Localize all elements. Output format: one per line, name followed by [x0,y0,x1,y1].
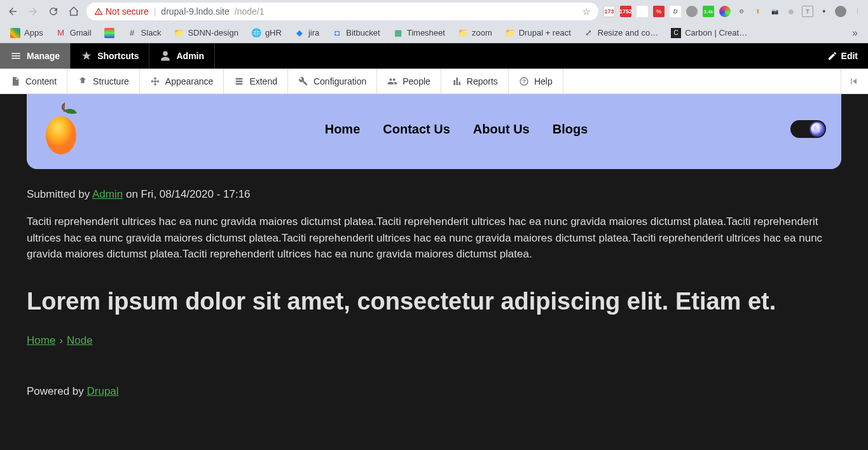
browser-menu-icon[interactable]: ⋮ [851,6,863,17]
bitbucket-icon: ◘ [332,28,342,38]
people-icon [387,76,397,86]
ext-icon-12[interactable]: ◎ [785,6,797,17]
bookmark-carbon[interactable]: CCarbon | Creat… [666,25,752,41]
ext-icon-4[interactable]: % [653,6,665,17]
manage-toolbar-item[interactable]: Manage [0,43,71,69]
ext-icon-6[interactable] [686,6,698,17]
bookmark-slack[interactable]: #Slack [122,25,167,41]
extensions-icon[interactable]: ✦ [818,6,830,17]
svg-point-2 [46,116,76,154]
gmail-icon: M [56,28,66,38]
url-host: drupal-9.lndo.site [161,6,229,17]
bookmark-zoom[interactable]: 📁zoom [453,25,497,41]
ext-icon-11[interactable]: 📷 [769,6,780,17]
sheets-icon: ▦ [393,28,403,38]
home-button[interactable] [66,4,81,19]
forward-button[interactable] [25,4,41,19]
url-path: /node/1 [235,6,265,17]
extension-icons: 173 1752 ✎ % D 3.4k ⚙ ⬆ 📷 ◎ T ✦ ⋮ [603,6,863,17]
bookmark-apps[interactable]: Apps [5,25,48,41]
admin-toolbar-item[interactable]: Admin [149,43,215,69]
profile-avatar-icon[interactable] [835,6,846,17]
not-secure-badge: Not secure [94,6,149,17]
bookmarks-overflow[interactable]: » [847,27,863,39]
author-link[interactable]: Admin [92,188,123,200]
bookmark-ghr[interactable]: 🌐gHR [246,25,287,41]
menu-appearance[interactable]: Appearance [140,69,224,93]
drupal-admin-menu: Content Structure Appearance Extend Conf… [0,69,868,94]
svg-text:?: ? [522,78,526,85]
ext-icon-3[interactable]: ✎ [637,6,648,17]
user-icon [160,50,171,62]
menu-content[interactable]: Content [0,69,67,93]
ext-icon-7[interactable]: 3.4k [703,6,714,17]
site-header: Home Contact Us About Us Blogs [27,94,841,169]
breadcrumb-home[interactable]: Home [27,334,55,346]
bookmark-bitbucket[interactable]: ◘Bitbucket [327,25,385,41]
reload-button[interactable] [46,4,61,19]
browser-nav-buttons [5,4,81,19]
main-nav: Home Contact Us About Us Blogs [325,122,588,137]
ext-icon-1[interactable]: 173 [603,6,615,17]
dark-mode-toggle[interactable] [790,120,826,138]
slack-icon: # [127,28,137,38]
globe-icon: 🌐 [251,28,261,38]
content-icon [10,76,20,86]
structure-icon [78,76,88,86]
moon-icon [809,121,825,137]
nav-contact[interactable]: Contact Us [383,122,450,137]
powered-by: Powered by Drupal [27,385,841,398]
shortcuts-toolbar-item[interactable]: Shortcuts [71,43,149,69]
breadcrumb: Home›Node [27,334,841,347]
menu-help[interactable]: ?Help [509,69,563,93]
site-logo[interactable] [42,100,86,158]
extend-icon [234,76,244,86]
ext-icon-10[interactable]: ⬆ [752,6,764,17]
nav-blogs[interactable]: Blogs [553,122,588,137]
collapse-icon [849,76,860,87]
page-body: Home Contact Us About Us Blogs Submitted… [0,94,868,450]
ext-icon-9[interactable]: ⚙ [736,6,747,17]
pencil-icon [827,51,837,61]
menu-extend[interactable]: Extend [224,69,288,93]
menu-people[interactable]: People [377,69,441,93]
bookmark-star-icon[interactable]: ☆ [582,6,591,17]
menu-configuration[interactable]: Configuration [288,69,377,93]
carbon-icon: C [671,28,681,38]
menu-reports[interactable]: Reports [441,69,509,93]
ext-icon-8[interactable] [719,6,731,17]
address-bar[interactable]: Not secure | drupal-9.lndo.site/node/1 ☆ [86,3,598,20]
drupal-link[interactable]: Drupal [87,385,119,397]
rainbow-icon [104,28,114,38]
submitted-line: Submitted by Admin on Fri, 08/14/2020 - … [27,188,841,201]
hamburger-icon [10,50,22,62]
collapse-button[interactable] [841,69,868,93]
back-button[interactable] [5,4,20,19]
ext-icon-5[interactable]: D [670,6,681,17]
folder-icon: 📁 [458,28,468,38]
star-icon [81,50,92,62]
browser-toolbar: Not secure | drupal-9.lndo.site/node/1 ☆… [0,0,868,23]
wrench-icon [298,76,308,86]
folder-icon: 📁 [505,28,515,38]
bookmark-drupalreact[interactable]: 📁Drupal + react [500,25,576,41]
bookmark-gmail[interactable]: MGmail [51,25,97,41]
appearance-icon [150,76,160,86]
drupal-toolbar: Manage Shortcuts Admin Edit [0,43,868,69]
article-body: Taciti reprehenderit ultrices hac ea nun… [27,214,841,262]
ext-icon-13[interactable]: T [802,6,813,17]
bookmark-jira[interactable]: ◆jira [289,25,324,41]
menu-structure[interactable]: Structure [67,69,140,93]
ext-icon-2[interactable]: 1752 [620,6,631,17]
folder-icon: 📁 [174,28,184,38]
edit-button[interactable]: Edit [817,51,868,61]
bookmark-timesheet[interactable]: ▦Timesheet [388,25,450,41]
nav-about[interactable]: About Us [473,122,530,137]
reports-icon [451,76,462,86]
breadcrumb-node[interactable]: Node [67,334,93,346]
bookmark-sdnn[interactable]: 📁SDNN-design [169,25,243,41]
jira-icon: ◆ [294,28,305,38]
nav-home[interactable]: Home [325,122,361,137]
bookmark-item[interactable] [99,25,120,41]
bookmark-resize[interactable]: ⤢Resize and co… [579,25,663,41]
